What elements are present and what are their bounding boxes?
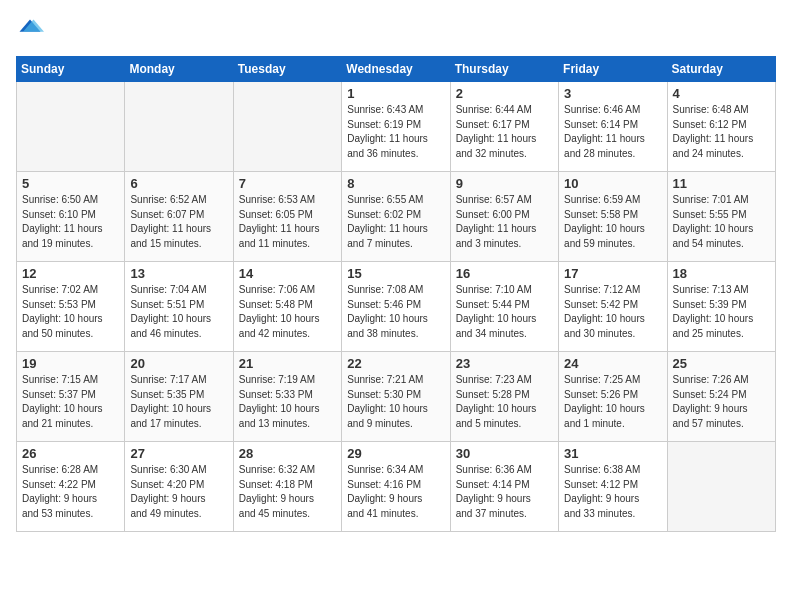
day-info: Sunrise: 6:57 AM Sunset: 6:00 PM Dayligh… (456, 193, 553, 251)
day-info: Sunrise: 6:30 AM Sunset: 4:20 PM Dayligh… (130, 463, 227, 521)
day-info: Sunrise: 7:21 AM Sunset: 5:30 PM Dayligh… (347, 373, 444, 431)
calendar-cell: 31Sunrise: 6:38 AM Sunset: 4:12 PM Dayli… (559, 442, 667, 532)
day-number: 13 (130, 266, 227, 281)
calendar-cell: 14Sunrise: 7:06 AM Sunset: 5:48 PM Dayli… (233, 262, 341, 352)
day-info: Sunrise: 6:43 AM Sunset: 6:19 PM Dayligh… (347, 103, 444, 161)
calendar-cell: 25Sunrise: 7:26 AM Sunset: 5:24 PM Dayli… (667, 352, 775, 442)
calendar-cell: 10Sunrise: 6:59 AM Sunset: 5:58 PM Dayli… (559, 172, 667, 262)
day-info: Sunrise: 7:23 AM Sunset: 5:28 PM Dayligh… (456, 373, 553, 431)
logo-icon (16, 16, 44, 44)
day-info: Sunrise: 7:26 AM Sunset: 5:24 PM Dayligh… (673, 373, 770, 431)
day-number: 10 (564, 176, 661, 191)
calendar-cell: 24Sunrise: 7:25 AM Sunset: 5:26 PM Dayli… (559, 352, 667, 442)
calendar-cell: 4Sunrise: 6:48 AM Sunset: 6:12 PM Daylig… (667, 82, 775, 172)
day-number: 25 (673, 356, 770, 371)
weekday-header-friday: Friday (559, 57, 667, 82)
calendar-cell: 29Sunrise: 6:34 AM Sunset: 4:16 PM Dayli… (342, 442, 450, 532)
day-number: 17 (564, 266, 661, 281)
day-number: 15 (347, 266, 444, 281)
day-info: Sunrise: 6:55 AM Sunset: 6:02 PM Dayligh… (347, 193, 444, 251)
day-number: 24 (564, 356, 661, 371)
calendar-cell: 28Sunrise: 6:32 AM Sunset: 4:18 PM Dayli… (233, 442, 341, 532)
calendar-cell: 26Sunrise: 6:28 AM Sunset: 4:22 PM Dayli… (17, 442, 125, 532)
day-number: 3 (564, 86, 661, 101)
calendar-cell: 16Sunrise: 7:10 AM Sunset: 5:44 PM Dayli… (450, 262, 558, 352)
calendar-cell: 27Sunrise: 6:30 AM Sunset: 4:20 PM Dayli… (125, 442, 233, 532)
calendar-cell: 23Sunrise: 7:23 AM Sunset: 5:28 PM Dayli… (450, 352, 558, 442)
calendar-cell (233, 82, 341, 172)
weekday-header-wednesday: Wednesday (342, 57, 450, 82)
day-info: Sunrise: 7:13 AM Sunset: 5:39 PM Dayligh… (673, 283, 770, 341)
day-number: 27 (130, 446, 227, 461)
day-number: 12 (22, 266, 119, 281)
day-info: Sunrise: 6:28 AM Sunset: 4:22 PM Dayligh… (22, 463, 119, 521)
weekday-header-monday: Monday (125, 57, 233, 82)
day-number: 5 (22, 176, 119, 191)
calendar-cell: 9Sunrise: 6:57 AM Sunset: 6:00 PM Daylig… (450, 172, 558, 262)
calendar-cell (125, 82, 233, 172)
day-number: 19 (22, 356, 119, 371)
calendar-cell: 2Sunrise: 6:44 AM Sunset: 6:17 PM Daylig… (450, 82, 558, 172)
day-number: 18 (673, 266, 770, 281)
weekday-header-sunday: Sunday (17, 57, 125, 82)
day-info: Sunrise: 6:48 AM Sunset: 6:12 PM Dayligh… (673, 103, 770, 161)
day-number: 26 (22, 446, 119, 461)
day-info: Sunrise: 7:02 AM Sunset: 5:53 PM Dayligh… (22, 283, 119, 341)
calendar-cell: 21Sunrise: 7:19 AM Sunset: 5:33 PM Dayli… (233, 352, 341, 442)
calendar-cell: 13Sunrise: 7:04 AM Sunset: 5:51 PM Dayli… (125, 262, 233, 352)
calendar-cell: 7Sunrise: 6:53 AM Sunset: 6:05 PM Daylig… (233, 172, 341, 262)
calendar-cell: 19Sunrise: 7:15 AM Sunset: 5:37 PM Dayli… (17, 352, 125, 442)
calendar-cell: 11Sunrise: 7:01 AM Sunset: 5:55 PM Dayli… (667, 172, 775, 262)
day-info: Sunrise: 7:08 AM Sunset: 5:46 PM Dayligh… (347, 283, 444, 341)
page-header (16, 16, 776, 44)
day-info: Sunrise: 7:17 AM Sunset: 5:35 PM Dayligh… (130, 373, 227, 431)
day-number: 6 (130, 176, 227, 191)
calendar-cell: 12Sunrise: 7:02 AM Sunset: 5:53 PM Dayli… (17, 262, 125, 352)
day-info: Sunrise: 7:10 AM Sunset: 5:44 PM Dayligh… (456, 283, 553, 341)
day-number: 21 (239, 356, 336, 371)
calendar-cell (667, 442, 775, 532)
day-number: 4 (673, 86, 770, 101)
calendar-cell: 3Sunrise: 6:46 AM Sunset: 6:14 PM Daylig… (559, 82, 667, 172)
calendar-cell: 20Sunrise: 7:17 AM Sunset: 5:35 PM Dayli… (125, 352, 233, 442)
day-number: 9 (456, 176, 553, 191)
weekday-header-tuesday: Tuesday (233, 57, 341, 82)
day-number: 16 (456, 266, 553, 281)
day-info: Sunrise: 7:01 AM Sunset: 5:55 PM Dayligh… (673, 193, 770, 251)
calendar-cell: 6Sunrise: 6:52 AM Sunset: 6:07 PM Daylig… (125, 172, 233, 262)
day-info: Sunrise: 6:59 AM Sunset: 5:58 PM Dayligh… (564, 193, 661, 251)
weekday-header-saturday: Saturday (667, 57, 775, 82)
day-number: 11 (673, 176, 770, 191)
day-number: 30 (456, 446, 553, 461)
day-number: 28 (239, 446, 336, 461)
calendar-cell: 15Sunrise: 7:08 AM Sunset: 5:46 PM Dayli… (342, 262, 450, 352)
day-info: Sunrise: 7:19 AM Sunset: 5:33 PM Dayligh… (239, 373, 336, 431)
day-info: Sunrise: 7:15 AM Sunset: 5:37 PM Dayligh… (22, 373, 119, 431)
day-number: 8 (347, 176, 444, 191)
day-number: 7 (239, 176, 336, 191)
day-info: Sunrise: 6:53 AM Sunset: 6:05 PM Dayligh… (239, 193, 336, 251)
day-info: Sunrise: 7:06 AM Sunset: 5:48 PM Dayligh… (239, 283, 336, 341)
day-number: 31 (564, 446, 661, 461)
day-info: Sunrise: 6:44 AM Sunset: 6:17 PM Dayligh… (456, 103, 553, 161)
calendar-cell: 5Sunrise: 6:50 AM Sunset: 6:10 PM Daylig… (17, 172, 125, 262)
day-number: 23 (456, 356, 553, 371)
day-number: 1 (347, 86, 444, 101)
day-number: 2 (456, 86, 553, 101)
day-info: Sunrise: 7:12 AM Sunset: 5:42 PM Dayligh… (564, 283, 661, 341)
day-info: Sunrise: 7:25 AM Sunset: 5:26 PM Dayligh… (564, 373, 661, 431)
calendar-cell: 17Sunrise: 7:12 AM Sunset: 5:42 PM Dayli… (559, 262, 667, 352)
calendar-cell: 30Sunrise: 6:36 AM Sunset: 4:14 PM Dayli… (450, 442, 558, 532)
day-info: Sunrise: 6:46 AM Sunset: 6:14 PM Dayligh… (564, 103, 661, 161)
calendar-cell: 18Sunrise: 7:13 AM Sunset: 5:39 PM Dayli… (667, 262, 775, 352)
calendar-cell (17, 82, 125, 172)
calendar-cell: 22Sunrise: 7:21 AM Sunset: 5:30 PM Dayli… (342, 352, 450, 442)
logo (16, 16, 48, 44)
day-info: Sunrise: 6:50 AM Sunset: 6:10 PM Dayligh… (22, 193, 119, 251)
day-number: 14 (239, 266, 336, 281)
calendar-table: SundayMondayTuesdayWednesdayThursdayFrid… (16, 56, 776, 532)
day-number: 29 (347, 446, 444, 461)
day-info: Sunrise: 6:36 AM Sunset: 4:14 PM Dayligh… (456, 463, 553, 521)
day-info: Sunrise: 6:34 AM Sunset: 4:16 PM Dayligh… (347, 463, 444, 521)
day-info: Sunrise: 6:52 AM Sunset: 6:07 PM Dayligh… (130, 193, 227, 251)
